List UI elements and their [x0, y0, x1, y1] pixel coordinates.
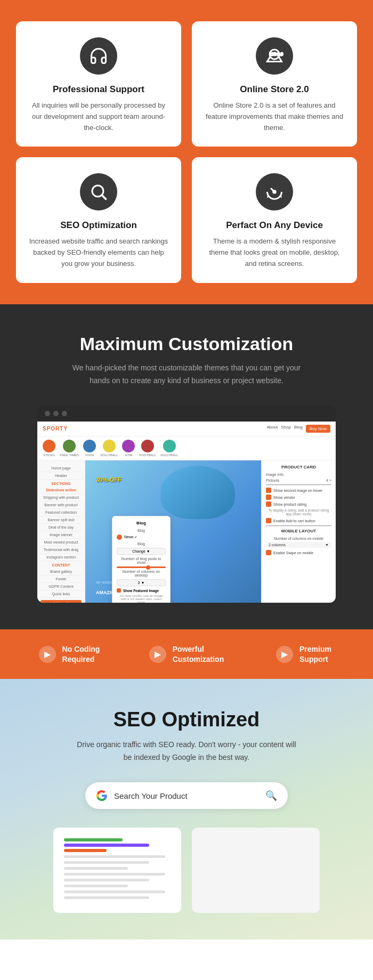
shop-sidebar: Home page Header SECTIONS Slideshow acti… [37, 460, 85, 603]
nav-cta[interactable]: Buy Now [306, 425, 330, 433]
checkbox-label-4: Enable Add to cart button [273, 519, 315, 523]
checkbox-label-3: Show product rating [273, 503, 306, 506]
sidebar-row-1: Home page [40, 465, 82, 472]
cat-item-4: VOLLYBALL [100, 440, 118, 457]
headphones-icon-circle [80, 37, 117, 75]
checkbox-swipe: Enable Swipe on mobile [266, 550, 331, 555]
checkbox-label-1: Show second image on hover [273, 489, 322, 492]
sidebar-row-6: Banner split last [40, 516, 82, 524]
svg-point-3 [273, 191, 276, 193]
seo-line-7 [64, 890, 165, 893]
arrow-right-icon-1: ▶ [39, 646, 56, 663]
store-icon: OS 2.0 [265, 46, 284, 66]
popup-select-columns[interactable]: 3 ▼ [117, 579, 166, 586]
checkbox-cart: Enable Add to cart button [266, 518, 331, 523]
sidebar-row-7: Deal of the day [40, 524, 82, 531]
feature-card-seo: SEO Optimization Increased website traff… [16, 157, 181, 282]
banner-label-no-coding: No CodingRequired [62, 644, 100, 663]
add-section-btn[interactable]: + Add section [40, 600, 82, 603]
seo-bar-purple [64, 844, 149, 847]
feature-title-professional-support: Professional Support [27, 84, 171, 95]
seo-line-8 [64, 896, 149, 899]
shop-header: SPORTY About Shop Blog Buy Now [37, 422, 336, 436]
popup-checkbox-img [117, 588, 121, 593]
banner-label-support: PremiumSupport [299, 644, 331, 663]
banner-item-no-coding: ▶ No CodingRequired [11, 644, 128, 663]
product-card-panel: PRODUCT CARD Image Info Pictures4 > Show… [261, 460, 336, 603]
seo-line-5 [64, 879, 149, 881]
arrow-right-icon-3: ▶ [276, 646, 293, 663]
mobile-layout-title: MOBILE LAYOUT [266, 529, 331, 533]
cat-item-2: FREE TIMES [60, 440, 79, 457]
speedometer-icon [265, 182, 284, 201]
checkbox-icon-3 [266, 501, 271, 507]
banner-item-customization: ▶ PowerfulCustomization [128, 644, 245, 663]
feature-desc-seo: Increased website traffic and search ran… [27, 236, 171, 269]
cat-item-5: GYM [122, 440, 135, 457]
cat-label-1: STICKS [43, 453, 55, 457]
banner-label-customization: PowerfulCustomization [173, 644, 224, 663]
search-icon-circle [80, 173, 117, 210]
cat-circle-3 [83, 440, 96, 452]
shop-nav: About Shop Blog Buy Now [266, 425, 330, 433]
cat-label-7: VOLLYBALL [160, 453, 179, 457]
sidebar-row-active[interactable]: Slideshow action [40, 487, 82, 494]
checkbox-rating: Show product rating [266, 501, 331, 507]
cat-item-7: VOLLYBALL [160, 440, 179, 457]
feature-card-professional-support: Professional Support All inquiries will … [16, 21, 181, 147]
seo-card-left [53, 828, 181, 913]
posts-slider-thumb[interactable] [146, 565, 150, 570]
popup-title: Blog [117, 521, 166, 525]
posts-slider-track [117, 566, 166, 568]
checkbox-icon-4 [266, 518, 271, 523]
cat-label-2: FREE TIMES [60, 453, 79, 457]
popup-row-columns: Number of columns on desktop [117, 570, 166, 577]
seo-result-cards [53, 828, 320, 913]
feature-title-seo: SEO Optimization [27, 220, 171, 231]
popup-image-row: Show Featured Image [117, 588, 166, 593]
popup-row-change: Blog [117, 542, 166, 546]
panel-image-info: Image Info [266, 473, 331, 476]
seo-bar-row-1 [64, 838, 171, 852]
cat-label-5: GYM [125, 453, 133, 457]
cat-circle-4 [103, 440, 116, 452]
browser-dot-1 [45, 411, 50, 416]
seo-bar-green [64, 838, 123, 841]
shop-main: 30%-OFF air astana AMAZING DEA... PRODUC… [85, 460, 336, 603]
svg-text:OS 2.0: OS 2.0 [271, 52, 283, 56]
panel-pictures: Pictures4 > [266, 479, 331, 482]
cat-item-6: FOOTBALL [139, 440, 156, 457]
cat-item-1: STICKS [43, 440, 55, 457]
google-search-bar[interactable]: Search Your Product 🔍 [85, 782, 288, 809]
checkbox-vendor: Show vendor [266, 495, 331, 500]
sidebar-row-4: Banner with product [40, 501, 82, 509]
sidebar-row-14: GDPR Content [40, 583, 82, 590]
sidebar-row-15: Quick links [40, 590, 82, 598]
mobile-columns-select[interactable]: 2 columns▼ [266, 542, 331, 548]
features-grid: Professional Support All inquiries will … [16, 21, 357, 283]
sidebar-row-12: Brand gallery [40, 568, 82, 576]
sidebar-row-5: Featured collection [40, 509, 82, 516]
feature-desc-professional-support: All inquiries will be personally process… [27, 100, 171, 133]
cat-circle-7 [163, 440, 176, 452]
seo-line-6 [64, 885, 128, 887]
search-placeholder-text: Search Your Product [114, 791, 259, 800]
checkbox-label-5: Enable Swipe on mobile [273, 551, 313, 555]
browser-content: SPORTY About Shop Blog Buy Now STICKS FR… [37, 422, 336, 603]
section-banner: ▶ No CodingRequired ▶ PowerfulCustomizat… [0, 629, 373, 678]
feature-title-device: Perfact On Any Device [202, 220, 346, 231]
popup-news-row: News ✓ [117, 534, 166, 540]
nav-item-2: Shop [281, 425, 291, 433]
checkbox-icon-2 [266, 495, 271, 500]
popup-select-change[interactable]: Change ▼ [117, 548, 166, 555]
nav-item-3: Blog [294, 425, 303, 433]
cat-label-3: YOGA [85, 453, 94, 457]
search-submit-icon[interactable]: 🔍 [265, 790, 277, 801]
sidebar-row-10: Testimonial with drag [40, 546, 82, 554]
cat-label-6: FOOTBALL [139, 453, 156, 457]
cat-circle-1 [43, 440, 55, 452]
rating-hint: To display a rating, add a product ratin… [266, 508, 331, 516]
checkbox-hover: Show second image on hover [266, 488, 331, 493]
seo-line-2 [64, 861, 149, 864]
seo-card-right [192, 828, 320, 913]
